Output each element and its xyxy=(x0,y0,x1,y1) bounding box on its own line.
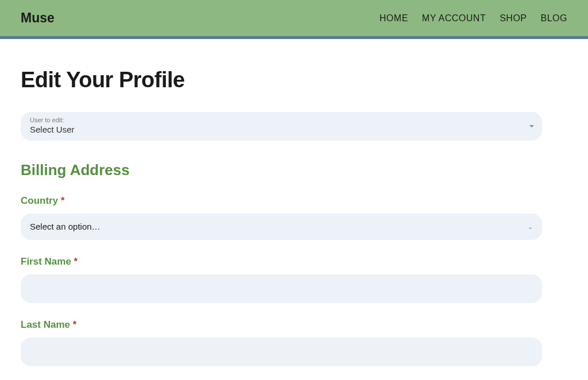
required-indicator: * xyxy=(61,195,65,206)
country-select-container[interactable]: Select an option… ⌄ xyxy=(21,214,542,240)
nav-my-account[interactable]: MY ACCOUNT xyxy=(422,13,486,24)
first-name-label: First Name * xyxy=(21,256,78,267)
user-select[interactable]: Select User xyxy=(29,125,534,134)
country-field-group: Country * Select an option… ⌄ xyxy=(21,195,542,240)
country-label-text: Country xyxy=(21,195,58,206)
last-name-field-group: Last Name * xyxy=(21,319,542,366)
last-name-label: Last Name * xyxy=(21,319,76,331)
nav-blog[interactable]: BLOG xyxy=(541,13,567,24)
billing-section-title: Billing Address xyxy=(21,161,542,179)
required-indicator: * xyxy=(73,319,77,330)
nav-shop[interactable]: SHOP xyxy=(500,13,527,24)
country-label: Country * xyxy=(21,195,65,207)
required-indicator: * xyxy=(74,256,78,267)
first-name-field-group: First Name * xyxy=(21,256,542,303)
user-select-label: User to edit: xyxy=(29,117,534,123)
main-content: Edit Your Profile User to edit: Select U… xyxy=(0,39,563,380)
last-name-label-text: Last Name xyxy=(21,319,70,330)
first-name-input[interactable] xyxy=(21,274,542,303)
main-nav: HOME MY ACCOUNT SHOP BLOG xyxy=(380,13,567,24)
last-name-input[interactable] xyxy=(21,338,542,366)
country-select[interactable]: Select an option… xyxy=(30,222,533,231)
user-select-container[interactable]: User to edit: Select User xyxy=(21,112,542,141)
nav-home[interactable]: HOME xyxy=(380,13,408,24)
brand-logo[interactable]: Muse xyxy=(21,10,55,26)
site-header: Muse HOME MY ACCOUNT SHOP BLOG xyxy=(0,0,588,39)
page-title: Edit Your Profile xyxy=(21,68,542,92)
first-name-label-text: First Name xyxy=(21,256,71,267)
